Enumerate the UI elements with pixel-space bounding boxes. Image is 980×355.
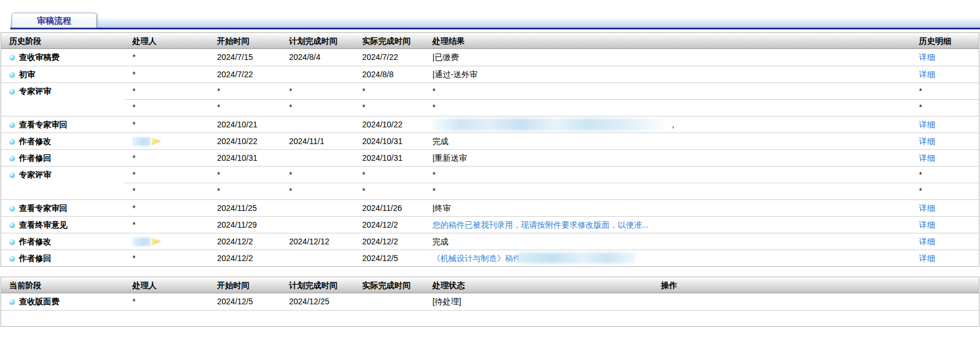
actual-date: * xyxy=(360,183,430,199)
actual-date: 2024/12/2 xyxy=(360,233,430,250)
header-plan: 计划完成时间 xyxy=(287,33,360,49)
header-handler: 处理人 xyxy=(130,33,215,49)
header-actual: 实际完成时间 xyxy=(360,33,430,49)
stage-bullet-icon xyxy=(9,299,15,305)
result-text: 《机械设计与制造》稿件 xyxy=(432,254,521,263)
header-start: 开始时间 xyxy=(215,33,287,49)
result-cell: |通过-送外审 xyxy=(430,66,899,83)
header-actual: 实际完成时间 xyxy=(360,277,430,293)
start-date: 2024/12/2 xyxy=(215,233,287,250)
detail-cell: 详细 xyxy=(899,116,980,133)
detail-cell: 详细 xyxy=(899,150,980,167)
result-cell: |终审 xyxy=(430,200,899,217)
stage-bullet-icon xyxy=(9,89,15,95)
handler-arrow-icon xyxy=(152,237,161,246)
stage-bullet-icon xyxy=(9,239,15,245)
stage-cell: 作者修回 xyxy=(1,150,130,167)
detail-link[interactable]: 详细 xyxy=(919,203,935,213)
result-cell: |已缴费 xyxy=(430,49,899,66)
start-date: * xyxy=(215,167,287,183)
handler-value: * xyxy=(132,52,135,62)
actual-date: 2024/10/31 xyxy=(360,133,430,150)
detail-link[interactable]: 详细 xyxy=(919,220,935,229)
stage-cell: 查收审稿费 xyxy=(1,49,130,66)
stage-label: 作者修回 xyxy=(19,153,51,163)
stage-cell xyxy=(1,99,130,116)
start-date: 2024/12/2 xyxy=(215,250,287,267)
detail-link[interactable]: 详细 xyxy=(919,237,935,246)
handler-cell: * xyxy=(130,200,215,217)
planned-date xyxy=(287,217,360,233)
current-table: 当前阶段处理人开始时间计划完成时间实际完成时间处理状态操作 查收版面费*2024… xyxy=(1,277,979,327)
header-result: 处理结果 xyxy=(430,33,899,49)
header-handler: 处理人 xyxy=(130,277,215,293)
detail-link[interactable]: 详细 xyxy=(919,70,935,79)
redacted-handler-blur xyxy=(132,137,151,146)
planned-date xyxy=(287,116,360,133)
header-stage: 当前阶段 xyxy=(1,277,130,293)
result-text: * xyxy=(432,170,435,179)
stage-bullet-icon xyxy=(9,156,15,161)
result-text: * xyxy=(432,186,435,195)
detail-cell: * xyxy=(899,99,980,116)
header-fill xyxy=(735,277,979,293)
history-row: 查看专家审回*2024/10/212024/10/22,详细 xyxy=(1,116,979,133)
result-cell: * xyxy=(430,167,899,183)
detail-link[interactable]: 详细 xyxy=(919,52,935,62)
detail-link[interactable]: 详细 xyxy=(919,254,935,263)
row-divider xyxy=(124,183,979,183)
detail-link[interactable]: 详细 xyxy=(919,137,935,146)
detail-link[interactable]: 详细 xyxy=(919,153,935,163)
detail-cell: 详细 xyxy=(899,217,980,233)
redacted-result-tail-blur xyxy=(518,252,636,263)
handler-arrow-icon xyxy=(152,137,161,145)
stage-cell: 查看专家审回 xyxy=(1,200,130,217)
planned-date: 2024/12/12 xyxy=(287,233,360,250)
tab-review-process[interactable]: 审稿流程 xyxy=(12,13,97,28)
history-row: 作者修改2024/10/222024/11/12024/10/31完成详细 xyxy=(1,133,979,149)
stage-label: 作者修改 xyxy=(19,137,51,146)
handler-value: * xyxy=(132,254,135,263)
actual-date: 2024/7/22 xyxy=(360,49,430,66)
result-text: |终审 xyxy=(432,203,451,213)
handler-cell: * xyxy=(130,66,215,83)
detail-value: * xyxy=(919,170,922,179)
start-date: 2024/12/5 xyxy=(215,293,287,310)
stage-cell: 专家评审 xyxy=(1,167,130,183)
planned-date: * xyxy=(287,183,360,199)
start-date: 2024/10/21 xyxy=(215,116,287,133)
handler-cell: * xyxy=(130,167,215,183)
handler-value: * xyxy=(132,220,135,229)
start-date: 2024/10/31 xyxy=(215,150,287,167)
planned-date: * xyxy=(287,167,360,183)
stage-label: 查看专家审回 xyxy=(19,203,67,213)
stage-bullet-icon xyxy=(9,122,15,128)
handler-cell: * xyxy=(130,116,215,133)
start-date: * xyxy=(215,83,287,100)
actual-date: 2024/11/26 xyxy=(360,200,430,217)
stage-label: 查看终审意见 xyxy=(19,220,67,229)
header-start: 开始时间 xyxy=(215,277,287,293)
stage-cell xyxy=(1,183,130,199)
tab-strip-band xyxy=(10,18,980,29)
stage-bullet-icon xyxy=(9,206,15,212)
current-row: 查收版面费*2024/12/52024/12/25[待处理] xyxy=(1,293,979,310)
handler-value: * xyxy=(132,153,135,163)
handler-cell: * xyxy=(130,83,215,100)
actual-date xyxy=(360,293,430,310)
handler-value: * xyxy=(132,86,135,96)
result-text: |重新送审 xyxy=(432,153,467,163)
review-process-page: 审稿流程 历史阶段处理人开始时间计划完成时间实际完成时间处理结果历史明细 查收审… xyxy=(0,0,980,355)
stage-label: 初审 xyxy=(19,70,35,79)
handler-value: * xyxy=(132,120,135,129)
planned-date xyxy=(287,200,360,217)
detail-link[interactable]: 详细 xyxy=(919,120,935,129)
handler-cell xyxy=(130,233,215,250)
history-row: ****** xyxy=(1,183,979,199)
history-row: 作者修回*2024/12/22024/12/5《机械设计与制造》稿件详细 xyxy=(1,250,979,266)
history-table-header: 历史阶段处理人开始时间计划完成时间实际完成时间处理结果历史明细 xyxy=(1,33,979,49)
header-status: 处理状态 xyxy=(430,277,603,293)
stage-bullet-icon xyxy=(9,256,15,262)
stage-cell: 作者修改 xyxy=(1,133,130,150)
planned-date xyxy=(287,66,360,83)
